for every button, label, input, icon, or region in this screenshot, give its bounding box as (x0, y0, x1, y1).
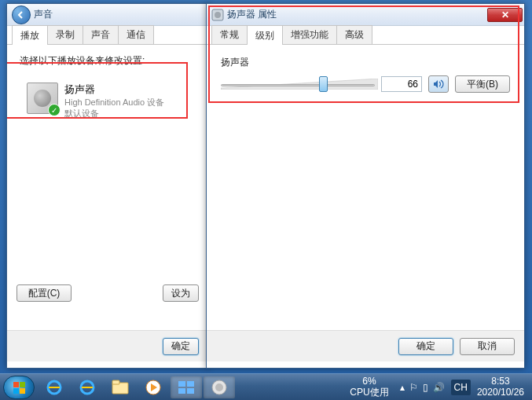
windows-logo-icon (4, 376, 35, 400)
props-title-bar[interactable]: 扬声器 属性 ✕ (207, 4, 524, 26)
tab-general[interactable]: 常规 (211, 25, 248, 44)
volume-row: 平衡(B) (221, 75, 510, 93)
tab-communications[interactable]: 通信 (118, 25, 154, 44)
tray-volume-icon[interactable]: 🔊 (433, 382, 445, 393)
tray-icons: ▴ ⚐ ▯ 🔊 (395, 382, 449, 393)
taskbar: 6% CPU使用 ▴ ⚐ ▯ 🔊 CH 8:53 2020/10/26 (0, 373, 532, 400)
props-content: 扬声器 平衡(B) (207, 45, 524, 336)
instruction-text: 选择以下播放设备来修改设置: (20, 54, 196, 68)
props-button-row: 确定 取消 (207, 330, 524, 361)
back-icon[interactable] (12, 6, 31, 24)
device-driver: High Definition Audio 设备 (64, 97, 164, 108)
balance-button[interactable]: 平衡(B) (455, 75, 510, 93)
cpu-meter[interactable]: 6% CPU使用 (345, 375, 393, 398)
sound-title: 声音 (34, 8, 207, 21)
cpu-percent: 6% (350, 376, 388, 387)
cpu-label: CPU使用 (350, 387, 388, 398)
tab-recording[interactable]: 录制 (47, 25, 83, 44)
svg-rect-15 (187, 388, 194, 394)
system-tray: 6% CPU使用 ▴ ⚐ ▯ 🔊 CH 8:53 2020/10/26 (345, 375, 529, 398)
device-name: 扬声器 (64, 83, 164, 97)
speaker-sound-icon (433, 79, 444, 90)
device-item-speaker[interactable]: ✓ 扬声器 High Definition Audio 设备 默认设备 (20, 75, 196, 127)
taskbar-media-icon[interactable] (138, 376, 169, 398)
volume-input[interactable] (381, 76, 422, 92)
svg-rect-5 (13, 388, 19, 394)
tray-arrow-icon[interactable]: ▴ (400, 382, 405, 393)
tab-enhancements[interactable]: 增强功能 (282, 25, 337, 44)
tray-flag-icon[interactable]: ⚐ (409, 382, 418, 393)
props-cancel-button[interactable]: 取消 (460, 338, 515, 355)
clock[interactable]: 8:53 2020/10/26 (472, 375, 529, 398)
svg-rect-10 (112, 380, 119, 384)
props-ok-button[interactable]: 确定 (398, 338, 453, 355)
default-check-icon: ✓ (48, 104, 61, 116)
device-status: 默认设备 (64, 108, 164, 119)
set-default-button[interactable]: 设为 (163, 284, 199, 302)
svg-rect-14 (178, 388, 185, 394)
clock-time: 8:53 (477, 376, 524, 387)
svg-rect-3 (13, 382, 19, 387)
language-indicator[interactable]: CH (451, 380, 471, 395)
svg-rect-4 (20, 382, 25, 387)
volume-thumb[interactable] (319, 76, 328, 92)
mute-button[interactable] (428, 75, 449, 93)
svg-rect-13 (187, 381, 194, 387)
clock-date: 2020/10/26 (477, 387, 524, 398)
volume-slider[interactable] (221, 75, 375, 93)
sound-window: 声音 播放 录制 声音 通信 选择以下播放设备来修改设置: ✓ 扬声器 High… (6, 3, 209, 369)
props-title-icon (211, 9, 224, 21)
speaker-properties-window: 扬声器 属性 ✕ 常规 级别 增强功能 高级 扬声器 (206, 3, 525, 369)
tab-sounds[interactable]: 声音 (83, 25, 119, 44)
props-title: 扬声器 属性 (227, 8, 487, 21)
props-tabs: 常规 级别 增强功能 高级 (207, 26, 524, 45)
start-button[interactable] (3, 376, 35, 399)
svg-rect-12 (178, 381, 185, 387)
sound-title-bar[interactable]: 声音 (7, 4, 208, 26)
sound-tabs: 播放 录制 声音 通信 (7, 26, 208, 45)
svg-point-1 (215, 12, 221, 18)
tab-levels[interactable]: 级别 (247, 25, 283, 45)
tab-playback[interactable]: 播放 (12, 25, 48, 45)
tray-network-icon[interactable]: ▯ (423, 382, 428, 393)
close-icon: ✕ (501, 9, 509, 20)
device-text: 扬声器 High Definition Audio 设备 默认设备 (64, 83, 164, 119)
svg-point-17 (215, 383, 223, 391)
svg-rect-6 (20, 388, 25, 394)
sound-content: 选择以下播放设备来修改设置: ✓ 扬声器 High Definition Aud… (7, 45, 208, 336)
sound-ok-button[interactable]: 确定 (163, 338, 199, 355)
taskbar-app2-icon[interactable] (204, 376, 235, 398)
speaker-icon: ✓ (27, 83, 58, 114)
sound-button-row: 确定 (7, 330, 208, 361)
speaker-group-label: 扬声器 (221, 56, 510, 69)
taskbar-app1-icon[interactable] (171, 376, 202, 398)
tab-advanced[interactable]: 高级 (336, 25, 372, 44)
taskbar-explorer-icon[interactable] (105, 376, 136, 398)
close-button[interactable]: ✕ (487, 8, 523, 22)
taskbar-ie2-icon[interactable] (72, 376, 103, 398)
configure-button[interactable]: 配置(C) (17, 284, 72, 302)
taskbar-ie-icon[interactable] (39, 376, 70, 398)
